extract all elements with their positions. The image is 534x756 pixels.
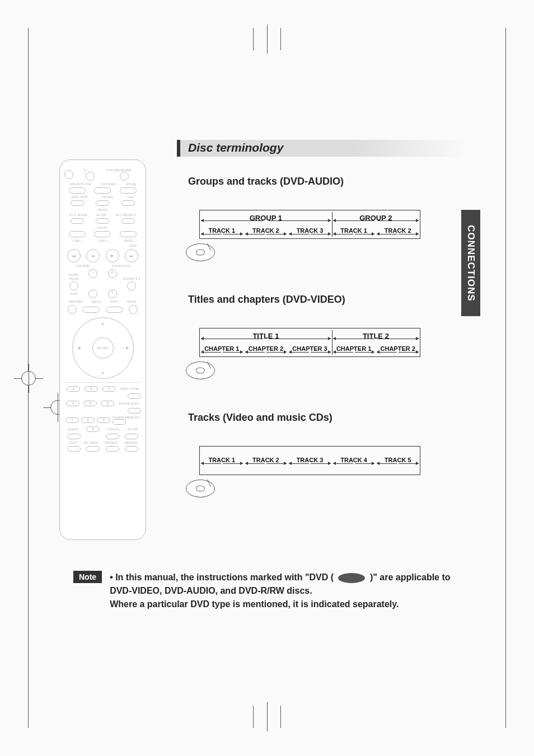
crop-mark-bottom (253, 706, 281, 728)
remote-label: PLUS (69, 277, 78, 280)
note-badge: Note (73, 571, 102, 583)
diagram-chapter-label: CHAPTER 2 (376, 344, 420, 355)
diagram-chapter-label: CHAPTER 1 (200, 344, 244, 355)
remote-label: LOGO (68, 441, 77, 444)
remote-label: SUPER 5.1 (123, 277, 140, 280)
diagram-title-label: TITLE 2 (332, 331, 420, 342)
remote-label: LSM − (72, 239, 82, 242)
remote-label: TUNER MEMORY (113, 416, 140, 419)
section-title: Disc terminology (188, 141, 283, 154)
diagram-chapter-label: CHAPTER 3 (288, 344, 332, 355)
note-text: • In this manual, the instructions marke… (110, 571, 450, 611)
remote-label: TV/VIDEO (101, 182, 116, 186)
diagram-track-label: TRACK 3 (288, 226, 332, 237)
remote-label: VOLUME (76, 264, 90, 267)
diagram-chapter-label: CHAPTER 1 (332, 344, 376, 355)
remote-label: BASS (124, 239, 133, 242)
note-line: )" are applicable to (370, 572, 451, 582)
remote-label: EZ VIEW (84, 441, 98, 444)
play-pause-icon: ▶ (106, 249, 119, 262)
diagram-track-label: TRACK 2 (244, 456, 288, 467)
next-icon: ⏭ (125, 249, 138, 262)
note-line: • In this manual, the instructions marke… (110, 572, 334, 582)
diagram-track-label: TRACK 1 (200, 226, 244, 237)
remote-label: OPEN/CLOSE (69, 182, 91, 186)
remote-label: REMAIN (125, 441, 138, 444)
disc-icon (186, 243, 215, 261)
diagram-title-label: TITLE 1 (200, 331, 332, 342)
remote-label: MUTE (127, 300, 137, 303)
remote-label: AUX (127, 195, 134, 199)
disc-icon (186, 361, 215, 379)
remote-label: LSM + (98, 239, 108, 242)
enter-button: ENTER (92, 337, 114, 359)
subheading-titles-chapters: Titles and chapters (DVD-VIDEO) (188, 294, 468, 306)
remote-label: BAND (98, 208, 107, 212)
diagram-groups-tracks: GROUP 1 GROUP 2 TRACK 1 TRACK 2 TRACK 3 … (188, 210, 468, 266)
subheading-tracks-cd: Tracks (Video and music CDs) (188, 412, 468, 424)
band-button (96, 200, 109, 206)
diagram-chapter-label: CHAPTER 2 (244, 344, 288, 355)
remote-label: CANCEL (106, 428, 120, 431)
remote-label: DVD RECEIVER (106, 168, 132, 172)
diagram-track-label: TRACK 1 (200, 456, 244, 467)
stop-icon: ■ (86, 249, 100, 262)
remote-label: V-HP (70, 292, 78, 295)
page-frame: TV DVD RECEIVER OPEN/CLOSE TV/VIDEO MODE… (28, 28, 506, 728)
dvd-oval-icon (338, 573, 365, 583)
note-line: DVD-VIDEO, DVD-AUDIO, and DVD-R/RW discs… (110, 586, 312, 595)
diagram-group-label: GROUP 1 (200, 213, 332, 224)
diagram-track-label: TRACK 2 (376, 226, 420, 237)
remote-label: SOUND EDIT (118, 402, 139, 405)
diagram-track-label: TRACK 5 (376, 456, 420, 467)
subheading-groups-tracks: Groups and tracks (DVD-AUDIO) (188, 176, 468, 187)
registration-mark-left (14, 364, 43, 393)
remote-label: ZOOM (128, 428, 138, 431)
diagram-track-label: TRACK 3 (288, 456, 332, 467)
remote-label: TV (83, 168, 87, 172)
remote-label: PL II MODE (69, 213, 87, 217)
remote-label: MO/ST (97, 226, 108, 229)
remote-label: MODE (126, 182, 136, 186)
diagram-track-label: TRACK 2 (244, 226, 288, 237)
side-tab-connections: CONNECTIONS (461, 210, 480, 316)
remote-label: REPEAT (105, 441, 118, 444)
remote-label: MENU (92, 300, 102, 303)
prev-icon: ⏮ (67, 249, 81, 262)
diagram-track-label: TRACK 1 (332, 226, 376, 237)
remote-label: TEST TONE (120, 387, 139, 391)
section-header: Disc terminology (177, 140, 468, 159)
remote-label: SLEEP (68, 428, 78, 431)
remote-label: DVD (64, 244, 137, 247)
remote-control-illustration: TV DVD RECEIVER OPEN/CLOSE TV/VIDEO MODE… (59, 159, 146, 540)
disc-icon (186, 480, 215, 497)
remote-label: PL II EFFECT (115, 213, 136, 217)
diagram-track-label: TRACK 4 (332, 456, 376, 467)
crop-mark-top (253, 28, 281, 50)
remote-label: INFO (110, 300, 118, 303)
remote-label: SURR. (69, 273, 79, 276)
remote-label: TUNING/CH (111, 264, 130, 267)
diagram-tracks-cd: TRACK 1 TRACK 2 TRACK 3 TRACK 4 TRACK 5 (188, 446, 468, 502)
remote-label: TUNER (102, 195, 114, 199)
diagram-titles-chapters: TITLE 1 TITLE 2 CHAPTER 1 CHAPTER 2 CHAP… (188, 328, 468, 384)
dpad-icon: ENTER ▲ ▼ ◀ ▶ (72, 317, 134, 379)
remote-label: SLOW (96, 213, 106, 217)
remote-label: DISC SKIP (71, 195, 88, 199)
remote-label: RETURN (69, 300, 83, 303)
note-line: Where a particular DVD type is mentioned… (110, 599, 399, 609)
diagram-group-label: GROUP 2 (332, 213, 420, 224)
remote-label: ENTER (97, 346, 108, 350)
